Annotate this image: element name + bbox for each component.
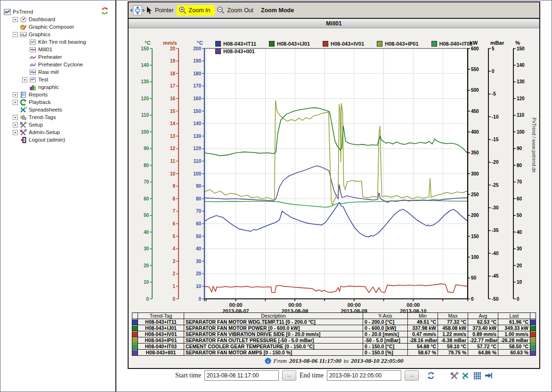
info-from-value: 2013-08-06 11:17:00	[289, 357, 341, 365]
playback-icon	[19, 99, 27, 106]
logout-icon	[19, 136, 27, 144]
end-time-browse-button[interactable]: ...	[405, 370, 419, 381]
expand-toggle-icon[interactable]: +	[13, 122, 18, 128]
cell-max: 79.75 %	[438, 350, 468, 356]
x-tick-date: 2013-08-07	[222, 308, 249, 312]
cube-icon	[29, 84, 36, 91]
row-color-swatch	[132, 326, 138, 331]
axis-tick-label: 150	[517, 46, 525, 51]
cell-last: 61.96 °C	[498, 319, 530, 325]
axis-tick-label: 11	[170, 159, 175, 164]
sidebar-item-label: Preheater Cyclone	[38, 62, 83, 67]
legend-label: H08-043+IV01	[331, 40, 364, 48]
zoom-out-button[interactable]: Zoom Out	[215, 5, 258, 16]
expand-toggle-icon[interactable]: +	[22, 77, 27, 82]
time-controls: Start time ... End time ...	[128, 370, 540, 381]
sidebar-item-ngraphic[interactable]: ngraphic	[3, 83, 115, 91]
sidebar-item-spreadsheets[interactable]: Spreadsheets	[3, 106, 115, 113]
export-arrow-icon[interactable]	[484, 372, 493, 380]
pan-icon[interactable]	[130, 4, 146, 16]
chart-curve-icon	[29, 54, 36, 61]
stats-header-swatch	[530, 313, 536, 319]
axis-tick-label: 150	[193, 109, 201, 114]
swatch-cell	[132, 344, 138, 350]
expand-toggle-icon[interactable]: +	[13, 17, 18, 22]
refresh-icon[interactable]	[427, 372, 435, 380]
admin-setup-icon	[19, 129, 27, 136]
cell-yaxis: 0 - 600.0 [kW]	[363, 325, 408, 331]
tools-icon[interactable]	[450, 372, 459, 380]
sidebar-item-label: ngraphic	[38, 84, 59, 90]
spreadsheet-export-icon[interactable]	[462, 372, 470, 380]
expand-toggle-icon[interactable]: +	[13, 92, 18, 97]
sidebar-item-mill01[interactable]: Mill01	[3, 46, 115, 53]
sidebar-item-test[interactable]: +Test	[3, 76, 115, 83]
refresh-icon[interactable]	[101, 7, 109, 16]
axis-tick-label: 50	[471, 275, 477, 280]
legend-swatch	[323, 41, 328, 47]
axis-tick-label: 19	[170, 58, 176, 64]
pointer-button[interactable]: Pointer	[155, 7, 174, 14]
cell-tag: H08-043+IP01	[138, 337, 184, 344]
sidebar-item-label: Reports	[29, 92, 48, 97]
axis-tick-label: 160	[193, 96, 201, 101]
chart-toolbar: Pointer Zoom In Zoom Out Zoom Mode	[129, 2, 539, 19]
sidebar-item-trend-tags[interactable]: +Trend-Tags	[3, 113, 115, 121]
sidebar-item-graphics[interactable]: −Graphics	[3, 31, 115, 38]
end-time-input[interactable]	[327, 370, 401, 381]
axis-tick-label: 60	[144, 196, 149, 201]
pxtrend-window: PxTrend+DashboardGraphic Composer−Graphi…	[0, 0, 552, 392]
sidebar-item-setup[interactable]: +Setup	[3, 121, 115, 128]
graphics-icon	[19, 31, 27, 38]
axis-tick-label: 3	[172, 259, 175, 264]
start-time-input[interactable]	[204, 370, 279, 381]
report-icon	[19, 91, 27, 98]
x-tick-time: 00:00	[406, 302, 420, 308]
cell-tag: H08-040+IT03	[138, 344, 184, 350]
axis-tick-label: 550	[471, 67, 479, 72]
sidebar-item-preheater[interactable]: Preheater	[3, 53, 115, 61]
sidebar-item-pxtrend[interactable]: PxTrend	[3, 8, 115, 16]
expand-toggle-icon[interactable]: +	[13, 115, 18, 120]
stats-row-h08-043-ij01: H08-043+IJ01SEPARATOR FAN MOTOR POWER [0…	[132, 325, 536, 331]
cell-yaxis: 0 - 150.0 [%]	[363, 350, 408, 356]
axis-title-degC_green: °C	[145, 40, 151, 46]
trend-chart[interactable]: °C1501401301201101009080706050403020100m…	[129, 28, 537, 312]
axis-tick-label: 120	[517, 96, 525, 101]
sidebar-item-label: Setup	[29, 122, 43, 128]
start-time-browse-button[interactable]: ...	[282, 370, 296, 381]
axis-tick-label: 9	[172, 184, 175, 189]
stats-row-h08-043-it11: H08-043+IT11SEPARATOR FAN MOTOR WDG.TEMP…	[132, 319, 536, 325]
zoom-in-button[interactable]: Zoom In	[177, 5, 215, 16]
stats-row-h08-043-ip01: H08-043+IP01SEPARATOR FAN OUTLET PRESSUR…	[132, 337, 536, 344]
expand-toggle-icon[interactable]: +	[13, 130, 18, 135]
axis-tick-label: -15	[492, 137, 499, 142]
cell-max: 458.08 kW	[438, 325, 468, 331]
sidebar-item-raw-mill[interactable]: Raw mill	[3, 68, 115, 76]
axis-tick-label: 450	[471, 109, 479, 114]
main-panel: Pointer Zoom In Zoom Out Zoom Mode Mill0…	[128, 1, 540, 369]
sidebar-item-logout-admin[interactable]: Logout (admin)	[3, 136, 115, 144]
stats-header-avg: Avg	[468, 313, 498, 319]
axis-tick-label: 20	[144, 263, 149, 268]
axis-tick-label: 150	[141, 46, 149, 51]
axis-tick-label: 80	[517, 163, 522, 168]
cell-avg: 0.89 mm/s	[468, 331, 498, 337]
sidebar-item-preheater-cyclone[interactable]: Preheater Cyclone	[3, 61, 115, 68]
x-tick-time: 00:00	[229, 302, 243, 308]
sidebar-item-admin-setup[interactable]: +Admin-Setup	[3, 128, 115, 136]
axis-tick-label: 150	[471, 234, 479, 239]
grid-icon[interactable]	[473, 372, 481, 380]
axis-tick-label: 130	[193, 134, 201, 139]
sidebar-item-playback[interactable]: +Playback	[3, 98, 115, 106]
legend-label: H08-043+II01	[223, 48, 255, 55]
sidebar-item-dashboard[interactable]: +Dashboard	[3, 16, 115, 23]
legend-item-h08-043-ii01: H08-043+II01	[215, 48, 255, 55]
axis-tick-label: 100	[517, 129, 525, 135]
collapse-toggle-icon[interactable]: −	[13, 32, 18, 37]
sidebar-item-graphic-composer[interactable]: Graphic Composer	[3, 23, 115, 31]
axis-tick-label: 0	[198, 296, 201, 302]
sidebar-item-reports[interactable]: +Reports	[3, 91, 115, 98]
expand-toggle-icon[interactable]: +	[13, 100, 18, 105]
sidebar-item-kiln-tire-roll-bearing[interactable]: Kiln Tire roll bearing	[3, 38, 115, 46]
